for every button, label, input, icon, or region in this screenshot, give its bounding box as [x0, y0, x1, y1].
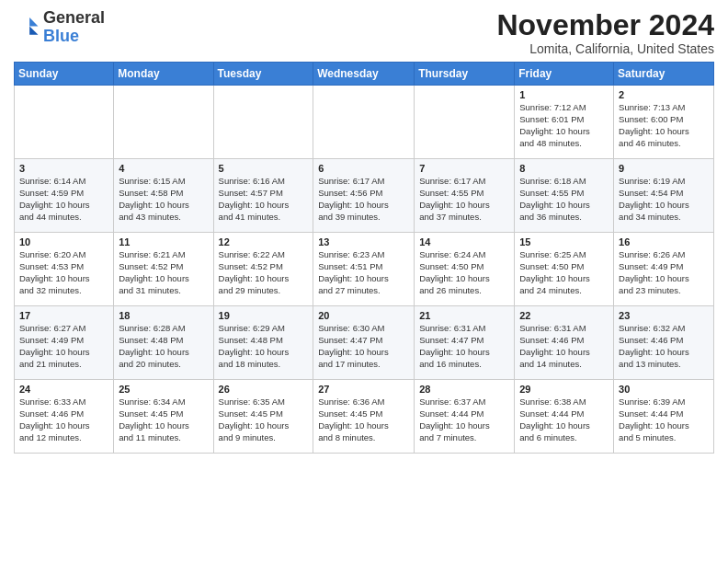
day-number: 6 — [318, 163, 409, 174]
day-info: Sunrise: 6:15 AMSunset: 4:58 PMDaylight:… — [119, 176, 208, 223]
header-monday: Monday — [114, 63, 213, 86]
table-row: 18Sunrise: 6:28 AMSunset: 4:48 PMDayligh… — [114, 306, 213, 380]
header-sunday: Sunday — [15, 63, 114, 86]
table-row — [415, 86, 515, 159]
day-info: Sunrise: 6:29 AMSunset: 4:48 PMDaylight:… — [219, 323, 309, 370]
table-row: 24Sunrise: 6:33 AMSunset: 4:46 PMDayligh… — [15, 380, 114, 454]
logo-text: General Blue — [43, 9, 105, 46]
table-row: 29Sunrise: 6:38 AMSunset: 4:44 PMDayligh… — [515, 380, 614, 454]
table-row: 7Sunrise: 6:17 AMSunset: 4:55 PMDaylight… — [415, 159, 515, 233]
day-number: 25 — [119, 384, 208, 395]
day-info: Sunrise: 6:32 AMSunset: 4:46 PMDaylight:… — [619, 323, 709, 370]
day-number: 29 — [519, 384, 609, 395]
calendar-week-3: 10Sunrise: 6:20 AMSunset: 4:53 PMDayligh… — [15, 233, 714, 306]
day-number: 14 — [419, 236, 509, 247]
table-row: 21Sunrise: 6:31 AMSunset: 4:47 PMDayligh… — [415, 306, 515, 380]
table-row: 13Sunrise: 6:23 AMSunset: 4:51 PMDayligh… — [313, 233, 415, 306]
table-row: 17Sunrise: 6:27 AMSunset: 4:49 PMDayligh… — [15, 306, 114, 380]
table-row: 30Sunrise: 6:39 AMSunset: 4:44 PMDayligh… — [614, 380, 714, 454]
day-info: Sunrise: 6:23 AMSunset: 4:51 PMDaylight:… — [318, 249, 409, 296]
day-info: Sunrise: 6:25 AMSunset: 4:50 PMDaylight:… — [519, 249, 609, 296]
day-info: Sunrise: 6:22 AMSunset: 4:52 PMDaylight:… — [219, 249, 309, 296]
day-number: 11 — [119, 236, 208, 247]
table-row — [114, 86, 213, 159]
table-row: 26Sunrise: 6:35 AMSunset: 4:45 PMDayligh… — [213, 380, 313, 454]
header-saturday: Saturday — [614, 63, 714, 86]
day-number: 4 — [119, 163, 208, 174]
table-row: 23Sunrise: 6:32 AMSunset: 4:46 PMDayligh… — [614, 306, 714, 380]
table-row — [313, 86, 415, 159]
day-info: Sunrise: 6:17 AMSunset: 4:56 PMDaylight:… — [318, 176, 409, 223]
day-info: Sunrise: 6:20 AMSunset: 4:53 PMDaylight:… — [19, 249, 108, 296]
day-number: 13 — [318, 236, 409, 247]
page-header: General Blue November 2024 Lomita, Calif… — [14, 9, 714, 56]
day-info: Sunrise: 6:28 AMSunset: 4:48 PMDaylight:… — [119, 323, 208, 370]
calendar-header-row: Sunday Monday Tuesday Wednesday Thursday… — [15, 63, 714, 86]
day-info: Sunrise: 7:13 AMSunset: 6:00 PMDaylight:… — [619, 102, 709, 149]
day-number: 9 — [619, 163, 709, 174]
day-info: Sunrise: 6:39 AMSunset: 4:44 PMDaylight:… — [619, 396, 709, 443]
day-number: 7 — [419, 163, 509, 174]
table-row: 20Sunrise: 6:30 AMSunset: 4:47 PMDayligh… — [313, 306, 415, 380]
day-info: Sunrise: 6:16 AMSunset: 4:57 PMDaylight:… — [219, 176, 309, 223]
table-row: 8Sunrise: 6:18 AMSunset: 4:55 PMDaylight… — [515, 159, 614, 233]
header-friday: Friday — [515, 63, 614, 86]
day-info: Sunrise: 6:38 AMSunset: 4:44 PMDaylight:… — [519, 396, 609, 443]
table-row: 10Sunrise: 6:20 AMSunset: 4:53 PMDayligh… — [15, 233, 114, 306]
day-info: Sunrise: 6:33 AMSunset: 4:46 PMDaylight:… — [19, 396, 108, 443]
table-row: 2Sunrise: 7:13 AMSunset: 6:00 PMDaylight… — [614, 86, 714, 159]
day-number: 8 — [519, 163, 609, 174]
table-row: 16Sunrise: 6:26 AMSunset: 4:49 PMDayligh… — [614, 233, 714, 306]
day-number: 3 — [19, 163, 108, 174]
day-number: 10 — [19, 236, 108, 247]
day-info: Sunrise: 6:34 AMSunset: 4:45 PMDaylight:… — [119, 396, 208, 443]
day-info: Sunrise: 6:24 AMSunset: 4:50 PMDaylight:… — [419, 249, 509, 296]
day-info: Sunrise: 6:17 AMSunset: 4:55 PMDaylight:… — [419, 176, 509, 223]
header-tuesday: Tuesday — [213, 63, 313, 86]
logo: General Blue — [14, 9, 105, 46]
day-info: Sunrise: 7:12 AMSunset: 6:01 PMDaylight:… — [519, 102, 609, 149]
day-info: Sunrise: 6:14 AMSunset: 4:59 PMDaylight:… — [19, 176, 108, 223]
logo-icon — [14, 15, 40, 40]
table-row: 5Sunrise: 6:16 AMSunset: 4:57 PMDaylight… — [213, 159, 313, 233]
day-info: Sunrise: 6:19 AMSunset: 4:54 PMDaylight:… — [619, 176, 709, 223]
table-row: 28Sunrise: 6:37 AMSunset: 4:44 PMDayligh… — [415, 380, 515, 454]
table-row: 15Sunrise: 6:25 AMSunset: 4:50 PMDayligh… — [515, 233, 614, 306]
day-number: 2 — [619, 89, 709, 100]
table-row: 22Sunrise: 6:31 AMSunset: 4:46 PMDayligh… — [515, 306, 614, 380]
day-number: 5 — [219, 163, 309, 174]
table-row: 3Sunrise: 6:14 AMSunset: 4:59 PMDaylight… — [15, 159, 114, 233]
page-container: General Blue November 2024 Lomita, Calif… — [0, 0, 728, 463]
header-thursday: Thursday — [415, 63, 515, 86]
table-row: 9Sunrise: 6:19 AMSunset: 4:54 PMDaylight… — [614, 159, 714, 233]
day-info: Sunrise: 6:26 AMSunset: 4:49 PMDaylight:… — [619, 249, 709, 296]
calendar-week-1: 1Sunrise: 7:12 AMSunset: 6:01 PMDaylight… — [15, 86, 714, 159]
table-row: 14Sunrise: 6:24 AMSunset: 4:50 PMDayligh… — [415, 233, 515, 306]
day-number: 27 — [318, 384, 409, 395]
day-number: 30 — [619, 384, 709, 395]
day-info: Sunrise: 6:18 AMSunset: 4:55 PMDaylight:… — [519, 176, 609, 223]
day-number: 20 — [318, 310, 409, 321]
table-row: 25Sunrise: 6:34 AMSunset: 4:45 PMDayligh… — [114, 380, 213, 454]
day-number: 26 — [219, 384, 309, 395]
day-number: 15 — [519, 236, 609, 247]
day-info: Sunrise: 6:30 AMSunset: 4:47 PMDaylight:… — [318, 323, 409, 370]
calendar-week-2: 3Sunrise: 6:14 AMSunset: 4:59 PMDaylight… — [15, 159, 714, 233]
day-number: 19 — [219, 310, 309, 321]
table-row: 12Sunrise: 6:22 AMSunset: 4:52 PMDayligh… — [213, 233, 313, 306]
calendar-week-4: 17Sunrise: 6:27 AMSunset: 4:49 PMDayligh… — [15, 306, 714, 380]
header-wednesday: Wednesday — [313, 63, 415, 86]
table-row — [213, 86, 313, 159]
day-number: 16 — [619, 236, 709, 247]
day-number: 22 — [519, 310, 609, 321]
table-row: 19Sunrise: 6:29 AMSunset: 4:48 PMDayligh… — [213, 306, 313, 380]
location: Lomita, California, United States — [496, 41, 714, 56]
day-number: 21 — [419, 310, 509, 321]
day-info: Sunrise: 6:27 AMSunset: 4:49 PMDaylight:… — [19, 323, 108, 370]
table-row: 27Sunrise: 6:36 AMSunset: 4:45 PMDayligh… — [313, 380, 415, 454]
table-row: 4Sunrise: 6:15 AMSunset: 4:58 PMDaylight… — [114, 159, 213, 233]
calendar-week-5: 24Sunrise: 6:33 AMSunset: 4:46 PMDayligh… — [15, 380, 714, 454]
day-info: Sunrise: 6:31 AMSunset: 4:46 PMDaylight:… — [519, 323, 609, 370]
svg-marker-1 — [29, 26, 38, 34]
table-row — [15, 86, 114, 159]
